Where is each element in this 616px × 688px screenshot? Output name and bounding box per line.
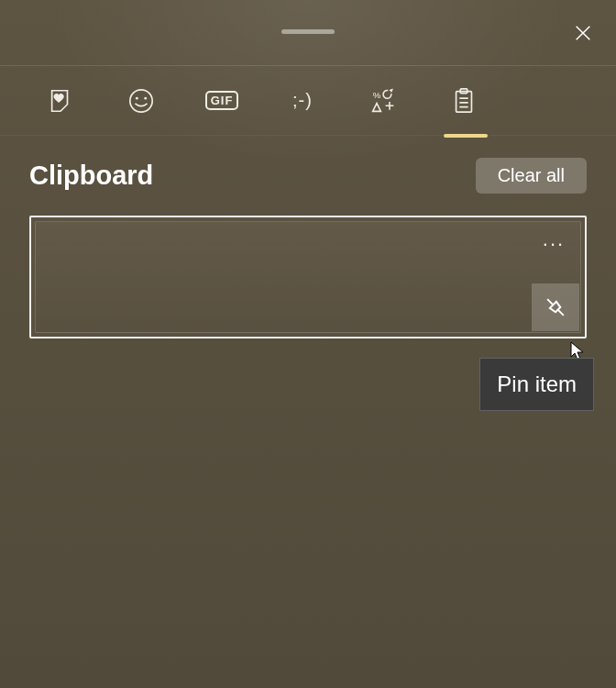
svg-point-2 bbox=[144, 96, 147, 99]
category-tabs: GIF ;-) % bbox=[0, 66, 616, 136]
content-area: Clipboard Clear all ··· bbox=[0, 136, 616, 338]
pin-button[interactable] bbox=[532, 283, 579, 331]
tab-gif[interactable]: GIF bbox=[204, 83, 240, 119]
clear-all-button[interactable]: Clear all bbox=[476, 158, 587, 194]
close-icon bbox=[573, 23, 593, 43]
svg-text:%: % bbox=[373, 89, 381, 99]
drag-handle[interactable] bbox=[281, 29, 335, 34]
page-title: Clipboard bbox=[29, 161, 153, 191]
gif-icon: GIF bbox=[205, 91, 239, 110]
clipboard-item[interactable]: ··· bbox=[29, 216, 587, 338]
svg-point-0 bbox=[130, 89, 152, 111]
clipboard-icon bbox=[450, 87, 478, 115]
clipboard-item-inner bbox=[35, 221, 581, 333]
pin-tooltip: Pin item bbox=[479, 358, 594, 411]
emoji-icon bbox=[127, 87, 155, 115]
more-options-button[interactable]: ··· bbox=[535, 230, 572, 258]
tab-symbols[interactable]: % bbox=[365, 83, 402, 119]
tab-emoji[interactable] bbox=[123, 83, 160, 119]
clipboard-header: Clipboard Clear all bbox=[29, 158, 587, 194]
tab-recent[interactable] bbox=[42, 83, 79, 119]
symbols-icon: % bbox=[370, 88, 396, 114]
title-bar bbox=[0, 0, 616, 66]
svg-rect-4 bbox=[456, 91, 472, 112]
tab-kaomoji[interactable]: ;-) bbox=[284, 83, 321, 119]
kaomoji-icon: ;-) bbox=[292, 90, 313, 111]
svg-point-1 bbox=[136, 96, 138, 99]
pin-icon bbox=[536, 288, 575, 327]
recent-heart-icon bbox=[47, 87, 74, 115]
close-button[interactable] bbox=[566, 17, 600, 50]
tab-clipboard[interactable] bbox=[446, 83, 482, 119]
